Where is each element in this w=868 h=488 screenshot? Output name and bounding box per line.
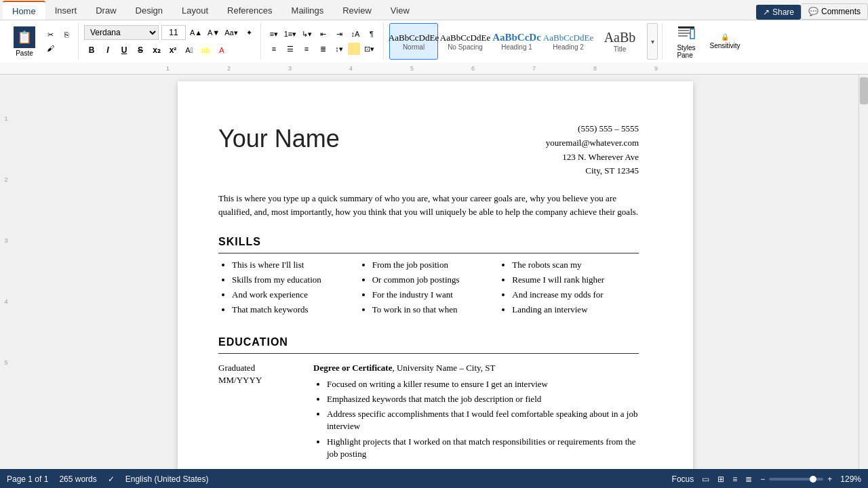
tab-home[interactable]: Home — [3, 1, 45, 20]
ribbon-toolbar: 📋 Paste ✂ ⎘ 🖌 Verdana A▲ A▼ Aa▾ ✦ — [0, 20, 868, 62]
left-margin: 1 2 3 4 5 — [0, 75, 12, 469]
education-degree: Degree or Certificate — [313, 363, 392, 373]
ruler-content: 1 2 3 4 5 6 7 8 9 — [166, 62, 682, 74]
view-single-page-button[interactable]: ▭ — [702, 474, 709, 484]
document-area[interactable]: Your Name (555) 555 – 5555 youremail@wha… — [12, 75, 859, 469]
paste-icon: 📋 — [14, 26, 35, 48]
list-item: Highlight projects that I worked on that… — [327, 436, 639, 460]
margin-num-2: 2 — [4, 176, 7, 183]
tab-review[interactable]: Review — [333, 1, 381, 20]
tab-view[interactable]: View — [381, 1, 419, 20]
style-heading2[interactable]: AaBbCcDdEe Heading 2 — [544, 23, 593, 60]
style-heading1[interactable]: AaBbCcDc Heading 1 — [492, 23, 541, 60]
align-left-button[interactable]: ≡ — [267, 43, 281, 55]
underline-button[interactable]: U — [117, 43, 132, 58]
decrease-indent-button[interactable]: ⇤ — [315, 28, 330, 40]
decrease-font-button[interactable]: A▼ — [206, 26, 221, 39]
zoom-out-button[interactable]: − — [760, 474, 765, 484]
word-count: 265 words — [59, 474, 96, 484]
styles-pane-label: StylesPane — [677, 44, 695, 59]
bold-button[interactable]: B — [84, 43, 99, 58]
education-row: Graduated MM/YYYY Degree or Certificate,… — [218, 362, 639, 463]
summary-text: This is where you type up a quick summar… — [218, 192, 639, 218]
line-spacing-button[interactable]: ↕▾ — [332, 43, 347, 55]
view-read-mode-button[interactable]: ≣ — [745, 474, 752, 484]
zoom-slider[interactable] — [769, 478, 823, 481]
align-center-button[interactable]: ☰ — [283, 43, 298, 55]
zoom-level: 129% — [840, 474, 861, 484]
skills-col-1: This is where I'll list Skills from my e… — [218, 259, 359, 319]
list-item: Landing an interview — [512, 304, 639, 316]
view-outline-button[interactable]: ≡ — [732, 474, 737, 484]
shading-button[interactable] — [348, 43, 360, 55]
margin-num-3: 3 — [4, 237, 7, 244]
skills-col-3: The robots scan my Resume I will rank hi… — [498, 259, 639, 319]
style-normal[interactable]: AaBbCcDdEe Normal — [389, 23, 438, 60]
svg-rect-3 — [678, 35, 688, 37]
comments-label: Comments — [821, 7, 861, 16]
gallery-more-button[interactable]: ▾ — [647, 23, 658, 60]
zoom-control[interactable]: − + — [760, 474, 832, 484]
share-button[interactable]: ↗ Share — [756, 5, 801, 20]
tab-layout[interactable]: Layout — [172, 1, 218, 20]
font-color-button[interactable]: A — [214, 44, 229, 56]
paper[interactable]: Your Name (555) 555 – 5555 youremail@wha… — [178, 81, 693, 469]
share-icon: ↗ — [763, 7, 770, 17]
superscript-button[interactable]: x² — [165, 43, 180, 58]
education-title: Degree or Certificate, University Name –… — [313, 362, 639, 374]
sensitivity-button[interactable]: 🔒 Sensitivity — [707, 23, 743, 60]
multilevel-list-button[interactable]: ↳▾ — [299, 28, 314, 40]
italic-button[interactable]: I — [100, 43, 115, 58]
focus-button[interactable]: Focus — [672, 474, 694, 484]
font-size-input[interactable] — [161, 25, 186, 40]
list-item: And work experience — [232, 289, 359, 301]
style-normal-preview: AaBbCcDdEe — [389, 33, 439, 43]
tab-mailings[interactable]: Mailings — [282, 1, 334, 20]
style-no-spacing[interactable]: AaBbCcDdEe No Spacing — [441, 23, 490, 60]
right-scrollbar[interactable] — [859, 75, 868, 469]
style-heading2-preview: AaBbCcDdEe — [543, 33, 593, 43]
justify-button[interactable]: ≣ — [315, 43, 330, 55]
tab-design[interactable]: Design — [126, 1, 172, 20]
change-case-button[interactable]: Aa▾ — [224, 26, 239, 39]
show-formatting-button[interactable]: ¶ — [364, 28, 379, 40]
bullets-button[interactable]: ≡▾ — [267, 28, 281, 40]
increase-font-button[interactable]: A▲ — [189, 26, 203, 39]
format-painter-button[interactable]: 🖌 — [43, 42, 58, 54]
ruler: 1 2 3 4 5 6 7 8 9 — [0, 62, 868, 75]
numbering-button[interactable]: 1≡▾ — [283, 28, 298, 40]
tab-references[interactable]: References — [218, 1, 281, 20]
cut-button[interactable]: ✂ — [43, 28, 58, 41]
clear-format-button[interactable]: ✦ — [241, 26, 256, 39]
styles-pane-icon — [675, 24, 697, 43]
sensitivity-icon: 🔒 — [721, 33, 729, 41]
zoom-in-button[interactable]: + — [827, 474, 832, 484]
sort-button[interactable]: ↕A — [348, 28, 363, 40]
scroll-thumb[interactable] — [860, 77, 868, 104]
education-date: Graduated MM/YYYY — [218, 362, 300, 463]
align-right-button[interactable]: ≡ — [299, 43, 314, 55]
view-multiple-pages-button[interactable]: ⊞ — [717, 474, 724, 484]
strikethrough-button[interactable]: S — [133, 43, 148, 58]
increase-indent-button[interactable]: ⇥ — [332, 28, 347, 40]
style-title[interactable]: AaBb Title — [595, 23, 644, 60]
clipboard-small-buttons: ✂ ⎘ 🖌 — [43, 28, 74, 54]
tab-draw[interactable]: Draw — [86, 1, 125, 20]
paste-button[interactable]: 📋 Paste — [8, 23, 41, 60]
font-name-select[interactable]: Verdana — [84, 25, 159, 40]
style-heading2-label: Heading 2 — [553, 43, 584, 51]
borders-button[interactable]: ⊡▾ — [361, 43, 376, 55]
subscript-button[interactable]: x₂ — [149, 43, 164, 58]
skills-heading: SKILLS — [218, 235, 639, 253]
styles-pane-button[interactable]: StylesPane — [668, 23, 705, 60]
margin-num-5: 5 — [4, 359, 7, 366]
highlight-color-button[interactable]: ab — [198, 44, 213, 56]
svg-rect-2 — [678, 33, 690, 34]
list-item: Address specific accomplishments that I … — [327, 408, 639, 432]
text-effects-button[interactable]: A⃝ — [182, 44, 197, 56]
skills-columns: This is where I'll list Skills from my e… — [218, 259, 639, 319]
comments-button[interactable]: 💬 Comments — [801, 3, 868, 20]
main-area: 1 2 3 4 5 Your Name (555) 555 – 5555 you… — [0, 75, 868, 469]
copy-button[interactable]: ⎘ — [59, 28, 74, 41]
tab-insert[interactable]: Insert — [45, 1, 87, 20]
